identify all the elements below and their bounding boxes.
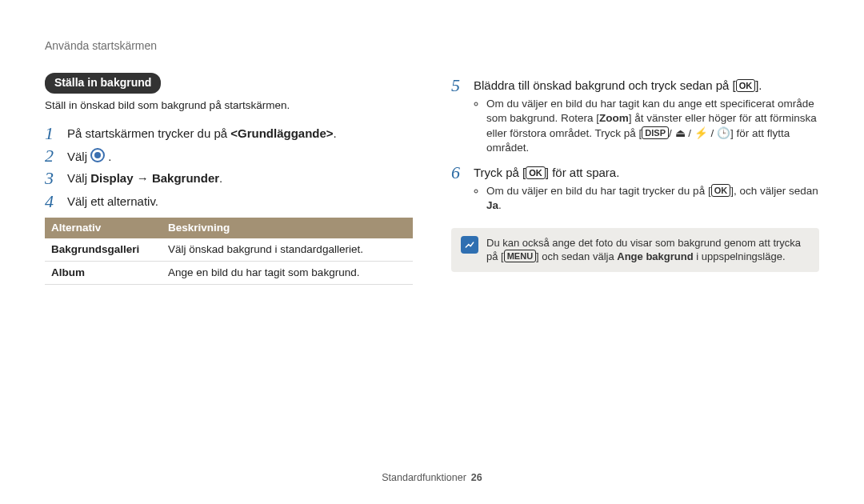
topic-pill: Ställa in bakgrund [45, 73, 161, 94]
note-text: Du kan också ange det foto du visar som … [486, 236, 810, 264]
step-5-sublist: Om du väljer en bild du har tagit kan du… [474, 97, 819, 155]
option-desc: Välj önskad bakgrund i standardgalleriet… [162, 238, 413, 262]
step-bold: <Grundläggande> [230, 126, 333, 140]
table-row: Bakgrundsgalleri Välj önskad bakgrund i … [45, 238, 413, 262]
footer-label: Standardfunktioner [382, 472, 466, 483]
intro-text: Ställ in önskad bild som bakgrund på sta… [45, 98, 413, 113]
ok-icon: OK [736, 79, 756, 92]
options-table: Alternativ Beskrivning Bakgrundsgalleri … [45, 218, 413, 286]
col-header-option: Alternativ [45, 218, 162, 238]
col-header-description: Beskrivning [162, 218, 413, 238]
step-6: Tryck på [OK] för att spara. Om du välje… [451, 163, 819, 218]
info-note: Du kan också ange det foto du visar som … [451, 228, 819, 272]
option-name: Bakgrundsgalleri [45, 238, 162, 262]
table-header-row: Alternativ Beskrivning [45, 218, 413, 238]
page-footer: Standardfunktioner26 [45, 457, 819, 485]
list-item: Om du väljer en bild du har tagit trycke… [486, 184, 819, 213]
list-item: Om du väljer en bild du har tagit kan du… [486, 97, 819, 155]
dial-icon [90, 148, 105, 162]
table-row: Album Ange en bild du har tagit som bakg… [45, 262, 413, 285]
option-name: Album [45, 262, 162, 285]
left-column: Ställa in bakgrund Ställ in önskad bild … [45, 73, 413, 457]
step-3: Välj Display → Bakgrunder. [45, 169, 413, 188]
manual-page: Använda startskärmen Ställa in bakgrund … [0, 0, 864, 504]
step-5: Bläddra till önskad bakgrund och tryck s… [451, 76, 819, 160]
right-step-list: Bläddra till önskad bakgrund och tryck s… [451, 76, 819, 218]
page-section-title: Använda startskärmen [45, 38, 819, 54]
info-icon [461, 236, 478, 254]
ok-icon: OK [711, 184, 731, 197]
step-2: Välj . [45, 146, 413, 166]
nav-glyphs: / ⏏ / ⚡ / 🕒 [669, 127, 730, 139]
step-text: På startskärmen trycker du på [67, 126, 230, 140]
page-number: 26 [471, 472, 482, 483]
step-4: Välj ett alternativ. [45, 192, 413, 211]
disp-icon: DISP [642, 126, 669, 139]
right-column: Bläddra till önskad bakgrund och tryck s… [451, 73, 819, 457]
ok-icon: OK [526, 166, 546, 179]
step-6-sublist: Om du väljer en bild du har tagit trycke… [474, 184, 819, 213]
step-1: På startskärmen trycker du på <Grundlägg… [45, 124, 413, 143]
menu-icon: MENU [504, 250, 536, 262]
left-step-list: På startskärmen trycker du på <Grundlägg… [45, 124, 413, 211]
two-column-layout: Ställa in bakgrund Ställ in önskad bild … [45, 73, 819, 457]
step-text: Välj [67, 150, 90, 163]
option-desc: Ange en bild du har tagit som bakgrund. [162, 262, 413, 285]
